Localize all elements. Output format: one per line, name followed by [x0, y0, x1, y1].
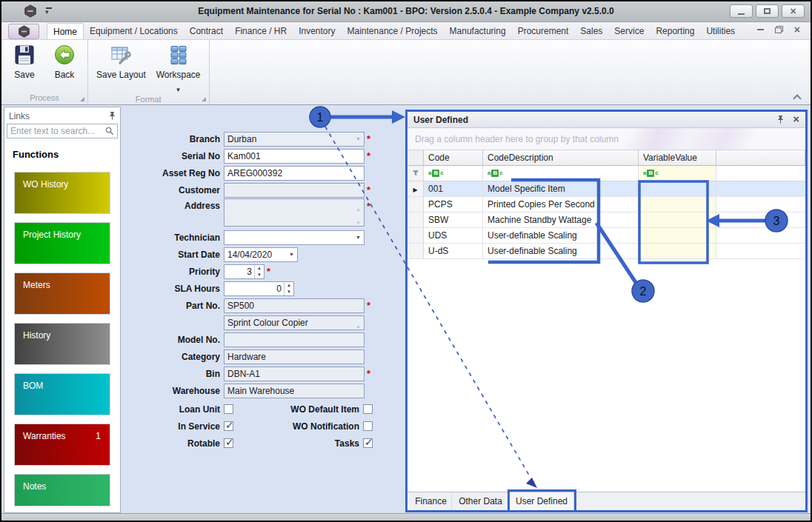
priority-stepper[interactable] — [224, 264, 264, 279]
spin-down-icon[interactable] — [284, 289, 293, 295]
spinner-arrows[interactable] — [254, 265, 264, 278]
customer-input[interactable] — [224, 184, 364, 197]
application-button[interactable] — [8, 24, 39, 39]
code-filter-cell[interactable]: aBc — [424, 166, 483, 181]
wo-default-item-checkbox[interactable] — [363, 404, 373, 414]
variable-value-filter-cell[interactable]: aBc — [639, 166, 716, 181]
tab-other-data[interactable]: Other Data — [452, 492, 510, 510]
model-no-input[interactable] — [224, 333, 364, 347]
description-cell[interactable]: User-definable Scaling — [483, 228, 639, 243]
mdi-close-button[interactable] — [794, 23, 800, 36]
sla-hours-input[interactable] — [224, 282, 284, 295]
tasks-checkbox[interactable] — [363, 438, 373, 448]
scroll-up-icon[interactable] — [356, 318, 361, 331]
category-input[interactable] — [224, 350, 364, 364]
table-row[interactable]: SBW Machine Standby Wattage — [407, 213, 805, 228]
table-row[interactable]: UDS User-definable Scaling — [407, 228, 805, 244]
app-icon[interactable] — [24, 4, 37, 21]
history-button[interactable]: History — [14, 323, 110, 365]
asset-reg-no-field[interactable] — [224, 166, 365, 181]
warehouse-input[interactable] — [224, 384, 364, 398]
address-input[interactable] — [224, 199, 364, 226]
save-button[interactable]: Save — [6, 42, 43, 93]
search-input[interactable] — [10, 126, 105, 136]
maximize-button[interactable] — [756, 4, 779, 18]
tab-utilities[interactable]: Utilities — [700, 23, 741, 39]
warehouse-field[interactable] — [224, 384, 365, 398]
branch-input[interactable] — [224, 133, 353, 146]
table-row[interactable]: U-dS User-definable Scaling — [407, 244, 805, 259]
scroll-arrows[interactable] — [354, 318, 362, 328]
rotable-checkbox[interactable] — [224, 438, 233, 448]
tab-reporting[interactable]: Reporting — [650, 23, 700, 39]
tab-procurement[interactable]: Procurement — [512, 23, 575, 39]
dialog-launcher-icon[interactable] — [80, 97, 84, 101]
pin-icon[interactable] — [777, 116, 784, 124]
in-service-checkbox[interactable] — [224, 421, 233, 431]
loan-unit-checkbox[interactable] — [224, 404, 233, 414]
code-description-filter-cell[interactable]: aBc — [483, 166, 639, 181]
code-cell[interactable]: 001 — [424, 181, 483, 196]
description-cell[interactable]: Model Specific Item — [483, 181, 639, 196]
collapse-ribbon-icon[interactable] — [793, 93, 800, 100]
back-button[interactable]: Back — [46, 42, 83, 93]
project-history-button[interactable]: Project History — [14, 222, 110, 264]
close-icon[interactable] — [793, 115, 799, 125]
serial-no-field[interactable] — [224, 149, 365, 164]
customer-field[interactable] — [224, 183, 365, 198]
pin-icon[interactable] — [109, 112, 116, 120]
workspace-button[interactable]: Workspace — [153, 42, 204, 94]
part-no-field[interactable] — [224, 298, 365, 313]
technician-input[interactable] — [224, 231, 353, 244]
category-field[interactable] — [224, 349, 365, 364]
notes-button[interactable]: Notes — [14, 474, 110, 506]
sla-hours-stepper[interactable] — [224, 281, 294, 296]
table-row[interactable]: 001 Model Specific Item — [407, 181, 805, 197]
spin-up-icon[interactable] — [255, 265, 264, 272]
serial-no-input[interactable] — [224, 150, 364, 163]
code-cell[interactable]: U-dS — [424, 244, 483, 258]
tab-service[interactable]: Service — [608, 23, 650, 39]
start-date-input[interactable] — [224, 248, 286, 261]
description-cell[interactable]: Printed Copies Per Second — [483, 197, 639, 212]
bin-input[interactable] — [224, 367, 364, 381]
table-row[interactable]: PCPS Printed Copies Per Second — [407, 197, 805, 213]
tab-maintenance-projects[interactable]: Maintenance / Projects — [342, 23, 444, 39]
chevron-down-icon[interactable] — [353, 133, 364, 146]
part-description-input[interactable] — [224, 316, 364, 329]
close-button[interactable] — [782, 4, 805, 18]
bin-field[interactable] — [224, 367, 365, 381]
spin-down-icon[interactable] — [255, 272, 264, 278]
part-description-field[interactable] — [224, 315, 365, 330]
code-column-header[interactable]: Code — [424, 150, 483, 166]
tab-contract[interactable]: Contract — [184, 23, 229, 39]
mdi-minimize-button[interactable] — [757, 29, 764, 30]
code-cell[interactable]: PCPS — [424, 197, 483, 212]
variable-value-cell[interactable] — [639, 197, 716, 212]
tab-equipment-locations[interactable]: Equipment / Locations — [84, 23, 184, 39]
branch-combobox[interactable] — [224, 132, 365, 147]
code-cell[interactable]: UDS — [424, 228, 483, 243]
scroll-up-icon[interactable] — [356, 201, 361, 214]
tab-sales[interactable]: Sales — [574, 23, 608, 39]
dialog-launcher-icon[interactable] — [202, 97, 206, 101]
warranties-button[interactable]: Warranties1 — [14, 424, 110, 466]
address-field[interactable] — [224, 198, 365, 227]
variable-value-cell[interactable] — [639, 228, 716, 243]
chevron-down-icon[interactable] — [286, 248, 297, 261]
bom-button[interactable]: BOM — [14, 373, 110, 415]
quick-access-dropdown-icon[interactable] — [44, 6, 53, 16]
asset-reg-no-input[interactable] — [224, 167, 364, 180]
start-date-picker[interactable] — [224, 247, 298, 262]
wo-history-button[interactable]: WO History — [14, 172, 110, 214]
description-cell[interactable]: User-definable Scaling — [483, 244, 639, 258]
minimize-button[interactable] — [730, 4, 753, 18]
variable-value-cell[interactable] — [639, 181, 716, 196]
part-no-input[interactable] — [224, 299, 364, 312]
model-no-field[interactable] — [224, 332, 365, 347]
group-by-box[interactable]: Drag a column header here to group by th… — [407, 128, 805, 150]
spin-up-icon[interactable] — [284, 282, 293, 289]
tab-home[interactable]: Home — [47, 23, 84, 39]
variable-value-column-header[interactable]: VariableValue — [639, 150, 716, 166]
tab-finance[interactable]: Finance — [410, 492, 452, 510]
